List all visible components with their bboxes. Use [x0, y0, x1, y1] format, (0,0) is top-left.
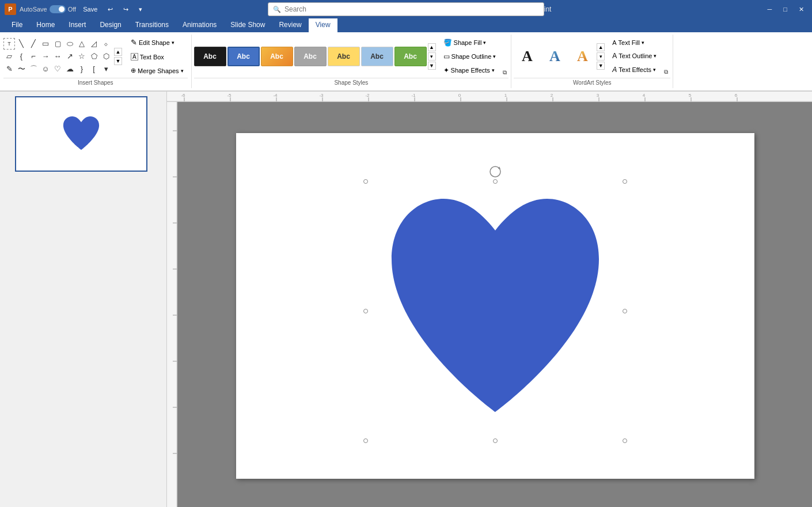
scroll-up-wordart[interactable]: ▲	[597, 43, 605, 51]
svg-text:-3: -3	[319, 93, 324, 98]
autosave-toggle[interactable]	[50, 5, 66, 13]
handle-top-left[interactable]	[363, 179, 368, 184]
text-fill-button[interactable]: A Text Fill ▾	[608, 37, 661, 48]
shape-outline-button[interactable]: ▭ Shape Outline ▾	[439, 50, 500, 63]
search-bar[interactable]: 🔍	[268, 2, 544, 16]
shape-styles-body: Abc Abc Abc Abc Abc	[194, 36, 509, 77]
rounded-rect-tool[interactable]: ▢	[52, 38, 63, 50]
diamond-tool[interactable]: ⬦	[100, 38, 112, 50]
shape-style-dark[interactable]: Abc	[194, 47, 226, 66]
thumb-heart	[58, 114, 104, 154]
scroll-up-shapes[interactable]: ▲	[114, 48, 122, 56]
handle-mid-right[interactable]	[623, 309, 627, 313]
brace2-tool[interactable]: }	[76, 63, 88, 75]
text-box-tool[interactable]: T	[3, 38, 15, 50]
scroll-expand-wordart[interactable]: ▾	[597, 52, 605, 60]
tab-home[interactable]: Home	[29, 18, 62, 32]
handle-bottom-right[interactable]	[623, 438, 627, 443]
heart-tool[interactable]: ♡	[52, 63, 63, 75]
svg-text:4: 4	[643, 93, 646, 98]
shape-style-lightblue[interactable]: Abc	[361, 47, 393, 66]
text-outline-button[interactable]: A Text Outline ▾	[608, 50, 661, 62]
smiley-tool[interactable]: ☺	[40, 63, 51, 75]
svg-text:-5: -5	[227, 93, 232, 98]
more-shapes-btn[interactable]: ▾	[100, 63, 112, 75]
save-button[interactable]: Save	[79, 5, 101, 14]
svg-text:2: 2	[551, 93, 553, 98]
scroll-expand-styles[interactable]: ▾	[428, 52, 436, 60]
handle-bottom-center[interactable]	[493, 438, 498, 443]
scroll-down-wordart[interactable]: ▼	[597, 62, 605, 70]
shape-style-gray[interactable]: Abc	[294, 47, 327, 66]
wordart-black[interactable]: A	[514, 45, 540, 68]
heart-shape-container[interactable]	[366, 181, 625, 441]
curved-arrow-tool[interactable]: ↗	[64, 51, 75, 62]
arrow-tool[interactable]: →	[40, 51, 51, 62]
search-input[interactable]	[284, 5, 539, 13]
slide-panel: 1	[0, 92, 167, 507]
tab-view[interactable]: View	[309, 18, 337, 32]
format-text-launcher[interactable]: ⧉	[662, 67, 670, 77]
insert-shapes-group: T ╲ ╱ ▭ ▢ ⬭ △ ◿ ⬦ ▱ { ⌐	[0, 35, 192, 88]
tab-insert[interactable]: Insert	[62, 18, 93, 32]
autosave-area: AutoSave Off	[20, 5, 76, 13]
rect-tool[interactable]: ▭	[40, 38, 51, 50]
handle-bottom-left[interactable]	[363, 438, 368, 443]
cloud-tool[interactable]: ☁	[64, 63, 75, 75]
edit-shape-button[interactable]: ✎ Edit Shape ▾	[127, 36, 188, 49]
shape-style-green[interactable]: Abc	[394, 47, 427, 66]
shape-style-yellow[interactable]: Abc	[328, 47, 360, 66]
tab-animations[interactable]: Animations	[176, 18, 223, 32]
window-controls: ─ □ ✕	[764, 5, 807, 14]
star-tool[interactable]: ☆	[76, 51, 88, 62]
handle-mid-left[interactable]	[363, 309, 368, 313]
slide-thumb-wrapper: 1	[15, 96, 162, 174]
oval-tool[interactable]: ⬭	[64, 38, 75, 50]
text-effects-button[interactable]: A Text Effects ▾	[608, 63, 661, 76]
bracket-tool[interactable]: [	[88, 63, 100, 75]
tab-slideshow[interactable]: Slide Show	[223, 18, 272, 32]
rotate-handle[interactable]	[489, 165, 502, 178]
format-shape-launcher[interactable]: ⧉	[501, 69, 509, 77]
freeform-tool[interactable]: ✎	[3, 63, 15, 75]
text-fill-icon: A	[612, 39, 616, 46]
tab-transitions[interactable]: Transitions	[128, 18, 176, 32]
triangle-tool[interactable]: △	[76, 38, 88, 50]
parallelogram-tool[interactable]: ▱	[3, 51, 15, 62]
close-button[interactable]: ✕	[795, 5, 807, 14]
undo-button[interactable]: ↩	[104, 5, 116, 14]
slide-page[interactable]	[236, 133, 754, 479]
shape-style-blue[interactable]: Abc	[227, 47, 260, 66]
minimize-button[interactable]: ─	[764, 5, 776, 14]
pentagon-tool[interactable]: ⬠	[88, 51, 100, 62]
scroll-up-styles[interactable]: ▲	[428, 43, 436, 51]
connector-tool[interactable]: ⌐	[28, 51, 39, 62]
arc-tool[interactable]: ⌒	[28, 63, 39, 75]
slide-thumbnail[interactable]	[15, 96, 147, 172]
tab-file[interactable]: File	[5, 18, 29, 32]
line-tool[interactable]: ╲	[16, 38, 27, 50]
wordart-blue[interactable]: A	[541, 45, 568, 68]
customize-button[interactable]: ▾	[135, 5, 146, 14]
text-box-button[interactable]: A Text Box	[127, 51, 188, 63]
shape-fill-button[interactable]: 🪣 Shape Fill ▾	[439, 36, 500, 49]
scroll-down-shapes[interactable]: ▼	[114, 57, 122, 65]
line-tool2[interactable]: ╱	[28, 38, 39, 50]
wordart-orange[interactable]: A	[569, 45, 595, 68]
double-arrow-tool[interactable]: ↔	[52, 51, 63, 62]
maximize-button[interactable]: □	[780, 5, 791, 14]
shape-effects-button[interactable]: ✦ Shape Effects ▾	[439, 64, 500, 77]
brace-tool[interactable]: {	[16, 51, 27, 62]
shape-style-orange[interactable]: Abc	[261, 47, 293, 66]
handle-top-right[interactable]	[623, 179, 627, 184]
handle-top-center[interactable]	[493, 179, 498, 184]
merge-shapes-button[interactable]: ⊕ Merge Shapes ▾	[127, 65, 188, 77]
rtriangle-tool[interactable]: ◿	[88, 38, 100, 50]
tab-design[interactable]: Design	[93, 18, 128, 32]
scribble-tool[interactable]: 〜	[16, 63, 27, 75]
redo-button[interactable]: ↪	[120, 5, 132, 14]
scroll-down-styles[interactable]: ▼	[428, 62, 436, 70]
tab-review[interactable]: Review	[272, 18, 308, 32]
hexagon-tool[interactable]: ⬡	[100, 51, 112, 62]
heart-svg[interactable]	[366, 181, 625, 441]
